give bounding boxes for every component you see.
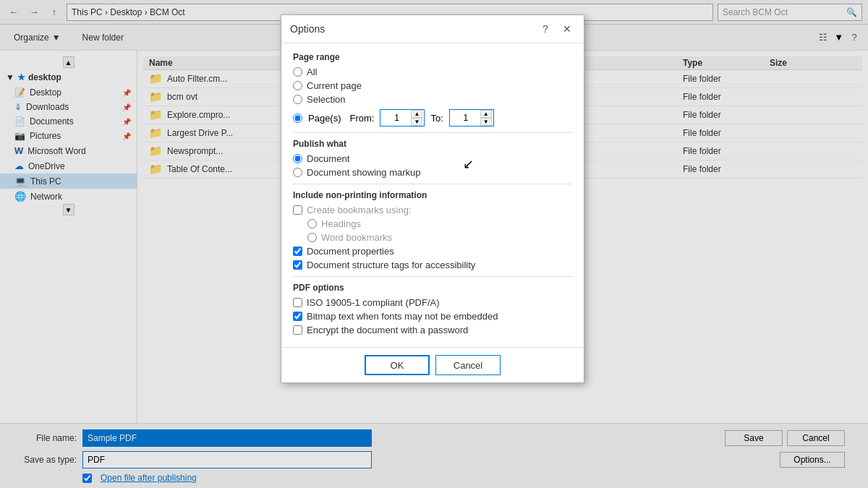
bitmap-text-checkbox[interactable] — [293, 312, 302, 321]
radio-document-label[interactable]: Document — [307, 153, 349, 164]
encrypt-label[interactable]: Encrypt the document with a password — [307, 325, 468, 335]
radio-markup-label[interactable]: Document showing markup — [307, 167, 421, 178]
dialog-help-button[interactable]: ? — [537, 21, 553, 37]
doc-properties-row: Document properties — [293, 246, 572, 257]
doc-properties-label[interactable]: Document properties — [307, 246, 394, 257]
divider-3 — [293, 276, 572, 277]
radio-current-page[interactable] — [293, 81, 302, 90]
page-range-label: Page range — [293, 52, 572, 62]
radio-headings[interactable] — [307, 219, 317, 228]
radio-document[interactable] — [293, 154, 302, 163]
divider-2 — [293, 184, 572, 184]
from-label: From: — [350, 113, 375, 124]
dialog-close-button[interactable]: ✕ — [559, 21, 575, 37]
dialog-title-icons: ? ✕ — [537, 21, 575, 37]
radio-all-row: All — [293, 67, 572, 77]
create-bookmarks-row: Create bookmarks using: — [293, 205, 572, 215]
word-bookmarks-row: Word bookmarks — [293, 232, 572, 243]
iso-compliant-checkbox[interactable] — [293, 298, 302, 307]
radio-selection[interactable] — [293, 95, 302, 104]
pages-row: Page(s) From: ▲ ▼ To: ▲ ▼ — [293, 109, 572, 127]
radio-current-label[interactable]: Current page — [307, 80, 362, 91]
radio-document-row: Document — [293, 153, 572, 164]
dialog-cancel-button[interactable]: Cancel — [435, 355, 501, 375]
from-input[interactable] — [382, 110, 411, 126]
from-spin-down[interactable]: ▼ — [411, 118, 422, 126]
to-spinner: ▲ ▼ — [480, 110, 492, 126]
publish-what-label: Publish what — [293, 139, 572, 149]
pdf-options-label: PDF options — [293, 283, 572, 293]
radio-headings-label[interactable]: Headings — [321, 218, 361, 229]
publish-group: Document Document showing markup — [293, 153, 572, 178]
iso-compliant-row: ISO 19005-1 compliant (PDF/A) — [293, 297, 572, 308]
to-input-box: ▲ ▼ — [449, 109, 494, 127]
doc-properties-checkbox[interactable] — [293, 247, 302, 256]
doc-structure-row: Document structure tags for accessibilit… — [293, 260, 572, 270]
radio-word-bookmarks-label[interactable]: Word bookmarks — [321, 232, 392, 243]
encrypt-checkbox[interactable] — [293, 325, 302, 335]
encrypt-row: Encrypt the document with a password — [293, 325, 572, 335]
dialog-body: Page range All Current page Selection Pa… — [281, 43, 584, 347]
radio-all[interactable] — [293, 67, 302, 77]
create-bookmarks-label[interactable]: Create bookmarks using: — [307, 205, 412, 215]
dialog-footer: OK Cancel — [281, 347, 584, 382]
dialog-titlebar: Options ? ✕ — [281, 15, 584, 43]
radio-selection-label[interactable]: Selection — [307, 94, 345, 105]
bitmap-text-row: Bitmap text when fonts may not be embedd… — [293, 311, 572, 322]
radio-markup-row: Document showing markup — [293, 167, 572, 178]
radio-selection-row: Selection — [293, 94, 572, 105]
radio-pages-label[interactable]: Page(s) — [308, 113, 341, 124]
from-input-box: ▲ ▼ — [380, 109, 425, 127]
radio-all-label[interactable]: All — [307, 67, 317, 77]
options-dialog: Options ? ✕ Page range All Current page … — [281, 14, 584, 383]
radio-word-bookmarks[interactable] — [307, 233, 317, 242]
dialog-title: Options — [290, 23, 325, 35]
from-spinner: ▲ ▼ — [411, 110, 422, 126]
to-label: To: — [430, 113, 443, 124]
ok-button[interactable]: OK — [365, 355, 430, 375]
from-spin-up[interactable]: ▲ — [411, 110, 422, 118]
iso-compliant-label[interactable]: ISO 19005-1 compliant (PDF/A) — [307, 297, 440, 308]
non-printing-label: Include non-printing information — [293, 190, 572, 200]
radio-current-row: Current page — [293, 80, 572, 91]
headings-row: Headings — [293, 218, 572, 229]
to-spin-up[interactable]: ▲ — [480, 110, 492, 118]
to-spin-down[interactable]: ▼ — [480, 118, 492, 126]
create-bookmarks-checkbox[interactable] — [293, 205, 302, 215]
radio-markup[interactable] — [293, 168, 302, 177]
to-input[interactable] — [451, 110, 480, 126]
radio-pages[interactable] — [293, 114, 302, 123]
doc-structure-checkbox[interactable] — [293, 260, 302, 270]
divider-1 — [293, 132, 572, 133]
page-range-group: All Current page Selection Page(s) From:… — [293, 67, 572, 127]
bitmap-text-label[interactable]: Bitmap text when fonts may not be embedd… — [307, 311, 498, 322]
doc-structure-label[interactable]: Document structure tags for accessibilit… — [307, 260, 475, 270]
